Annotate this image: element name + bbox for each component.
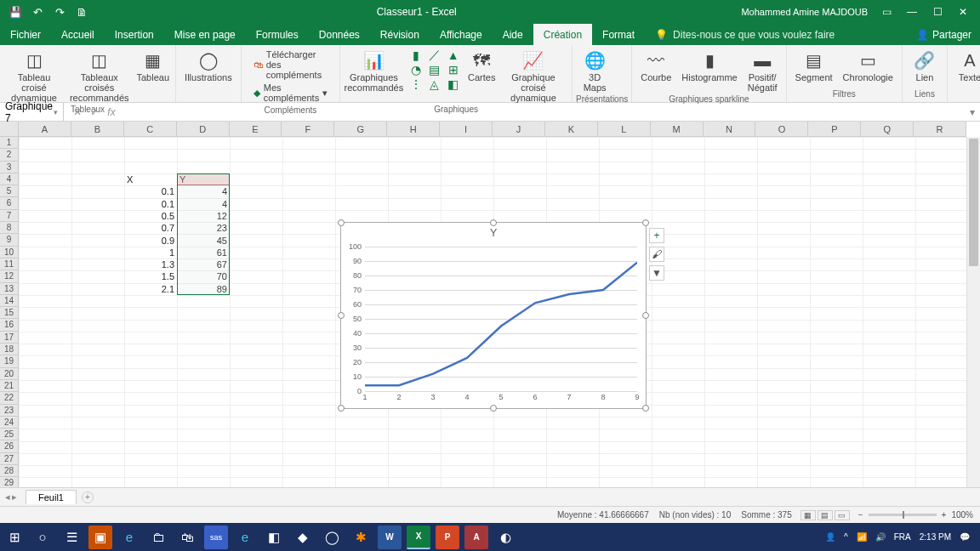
sheet-nav-next-icon[interactable]: ▸ xyxy=(12,491,17,503)
app-icon[interactable]: ◆ xyxy=(291,525,315,549)
zoom-slider[interactable] xyxy=(869,514,937,516)
pagebreak-view-icon[interactable]: ▭ xyxy=(835,510,850,520)
bar-chart-icon[interactable]: ▮ xyxy=(407,48,424,62)
tray-volume-icon[interactable]: 🔊 xyxy=(875,532,886,542)
row-header[interactable]: 11 xyxy=(0,258,19,270)
col-header[interactable]: O xyxy=(755,122,808,137)
my-addins-button[interactable]: ◆Mes compléments▾ xyxy=(248,82,333,104)
sparkline-winloss-button[interactable]: ▬Positif/ Négatif xyxy=(743,47,783,94)
col-header[interactable]: J xyxy=(493,122,545,137)
edge-icon[interactable]: e xyxy=(117,525,141,549)
zoom-level[interactable]: 100% xyxy=(951,510,973,520)
excel-icon[interactable]: X xyxy=(407,525,430,549)
cell[interactable]: 0.9 xyxy=(124,234,177,246)
recommended-charts-button[interactable]: 📊Graphiques recommandés xyxy=(344,47,403,94)
cancel-icon[interactable]: ✕ xyxy=(71,106,84,118)
row-header[interactable]: 15 xyxy=(0,307,19,319)
powerpoint-icon[interactable]: P xyxy=(436,525,459,549)
ribbon-display-icon[interactable]: ▭ xyxy=(875,2,898,22)
col-header[interactable]: E xyxy=(230,122,282,137)
pivot-chart-button[interactable]: 📈Graphique croisé dynamique xyxy=(499,47,568,105)
vertical-scrollbar[interactable] xyxy=(966,137,980,487)
chart-plot-area[interactable]: 0102030405060708090100123456789 xyxy=(365,247,637,391)
cell[interactable]: 1.3 xyxy=(124,258,177,270)
cell[interactable]: 1.5 xyxy=(124,270,177,282)
table-button[interactable]: ▦Tableau xyxy=(134,47,172,84)
row-header[interactable]: 9 xyxy=(0,234,19,246)
sheet-tab[interactable]: Feuil1 xyxy=(26,490,77,504)
col-header[interactable]: C xyxy=(124,122,177,137)
col-header[interactable]: P xyxy=(808,122,861,137)
undo-icon[interactable]: ↶ xyxy=(27,2,48,22)
chart-object[interactable]: Y 0102030405060708090100123456789 + 🖌 ▼ xyxy=(340,222,647,409)
tell-me[interactable]: 💡 Dites-nous ce que vous voulez faire xyxy=(645,29,835,41)
row-header[interactable]: 6 xyxy=(0,197,19,209)
row-header[interactable]: 4 xyxy=(0,173,19,185)
app-icon[interactable]: ◐ xyxy=(493,525,517,549)
normal-view-icon[interactable]: ▦ xyxy=(801,510,816,520)
start-button[interactable]: ⊞ xyxy=(3,526,26,548)
3d-maps-button[interactable]: 🌐3D Maps xyxy=(576,47,613,94)
area-icon[interactable]: ▲ xyxy=(445,48,462,62)
sheet-nav-prev-icon[interactable]: ◂ xyxy=(5,491,10,503)
tab-donnees[interactable]: Données xyxy=(309,24,370,45)
app-icon[interactable]: ◧ xyxy=(262,525,286,549)
stat-icon[interactable]: ⊞ xyxy=(445,63,462,77)
cell[interactable]: X xyxy=(124,173,177,185)
app-icon[interactable]: ✱ xyxy=(349,525,373,549)
close-icon[interactable]: ✕ xyxy=(951,2,975,22)
get-addins-button[interactable]: 🛍Télécharger des compléments xyxy=(248,48,333,81)
cell[interactable]: 2.1 xyxy=(124,283,177,295)
pagelayout-view-icon[interactable]: ▤ xyxy=(818,510,833,520)
cell[interactable]: 0.5 xyxy=(124,210,177,222)
row-header[interactable]: 25 xyxy=(0,429,19,440)
row-header[interactable]: 10 xyxy=(0,247,19,258)
cell[interactable]: 0.1 xyxy=(124,185,177,197)
row-header[interactable]: 3 xyxy=(0,162,19,173)
share-button[interactable]: 👤 Partager xyxy=(908,29,980,41)
col-header[interactable]: K xyxy=(545,122,598,137)
col-header[interactable]: F xyxy=(282,122,334,137)
tab-fichier[interactable]: Fichier xyxy=(0,24,51,45)
tray-lang[interactable]: FRA xyxy=(894,532,911,542)
row-header[interactable]: 19 xyxy=(0,355,19,367)
chart-filters-button[interactable]: ▼ xyxy=(649,265,664,281)
redo-icon[interactable]: ↷ xyxy=(49,2,70,22)
chart-elements-button[interactable]: + xyxy=(649,228,664,243)
store-icon[interactable]: 🛍 xyxy=(175,525,199,549)
user-name[interactable]: Mohammed Amine MAJDOUB xyxy=(741,7,868,17)
row-header[interactable]: 27 xyxy=(0,453,19,465)
name-box[interactable]: Graphique 7 ▾ xyxy=(0,103,64,121)
col-header[interactable]: M xyxy=(651,122,704,137)
chart-resize-handle[interactable] xyxy=(338,312,345,319)
tab-affichage[interactable]: Affichage xyxy=(430,24,493,45)
col-header[interactable]: A xyxy=(19,122,71,137)
tray-people-icon[interactable]: 👤 xyxy=(825,532,835,542)
word-icon[interactable]: W xyxy=(378,525,402,549)
text-button[interactable]: ATexte xyxy=(951,47,980,84)
access-icon[interactable]: A xyxy=(464,525,488,549)
row-header[interactable]: 20 xyxy=(0,368,19,380)
chart-resize-handle[interactable] xyxy=(642,405,649,412)
row-header[interactable]: 1 xyxy=(0,137,19,149)
tab-creation[interactable]: Création xyxy=(533,24,592,45)
chart-resize-handle[interactable] xyxy=(642,312,649,319)
select-all-corner[interactable] xyxy=(0,122,19,137)
file-explorer-icon[interactable]: 🗀 xyxy=(146,525,170,549)
tab-aide[interactable]: Aide xyxy=(493,24,533,45)
sparkline-line-button[interactable]: 〰Courbe xyxy=(635,47,676,84)
row-header[interactable]: 28 xyxy=(0,465,19,477)
task-view-icon[interactable]: ☰ xyxy=(60,525,83,549)
tray-notifications-icon[interactable]: 💬 xyxy=(960,532,970,542)
ie-icon[interactable]: e xyxy=(233,525,257,549)
row-header[interactable]: 12 xyxy=(0,270,19,282)
chart-styles-button[interactable]: 🖌 xyxy=(649,247,664,262)
scatter-icon[interactable]: ⋮ xyxy=(407,77,424,91)
col-header[interactable]: Q xyxy=(861,122,914,137)
scrollbar-thumb[interactable] xyxy=(969,139,978,266)
tray-wifi-icon[interactable]: 📶 xyxy=(857,532,867,542)
save-icon[interactable]: 💾 xyxy=(5,2,26,22)
zoom-out-icon[interactable]: − xyxy=(858,510,863,520)
sparkline-column-button[interactable]: ▮Histogramme xyxy=(676,47,742,84)
line-chart-icon[interactable]: ／ xyxy=(426,48,443,62)
